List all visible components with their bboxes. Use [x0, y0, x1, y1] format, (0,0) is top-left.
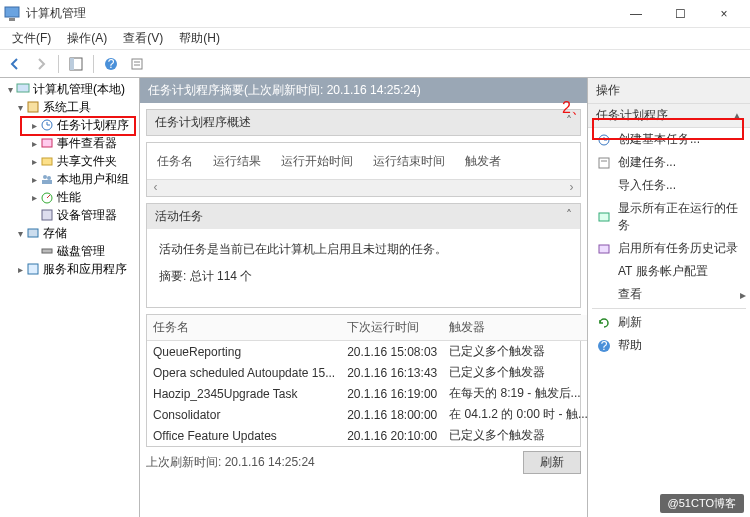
watermark: @51CTO博客 — [660, 494, 744, 513]
th-trigger[interactable]: 触发器 — [443, 315, 587, 341]
computer-icon — [16, 82, 30, 96]
toolbar-separator — [58, 55, 59, 73]
svg-rect-23 — [42, 249, 52, 253]
table-row[interactable]: Office Feature Updates20.1.16 20:10:00已定… — [147, 425, 587, 446]
collapse-icon — [28, 210, 40, 221]
svg-rect-10 — [28, 102, 38, 112]
action-enable-history[interactable]: 启用所有任务历史记录 — [588, 237, 750, 260]
expand-icon[interactable]: ▸ — [28, 174, 40, 185]
chevron-up-icon[interactable]: ▲ — [732, 110, 742, 121]
tree-performance[interactable]: ▸ 性能 — [0, 188, 139, 206]
overview-section-title[interactable]: 任务计划程序概述 ˄ — [146, 109, 581, 136]
col-start: 运行开始时间 — [281, 153, 353, 170]
view-icon — [596, 287, 612, 303]
svg-rect-14 — [42, 139, 52, 147]
action-import-task[interactable]: 导入任务... — [588, 174, 750, 197]
table-row[interactable]: Consolidator20.1.16 18:00:00在 04.1.2 的 0… — [147, 404, 587, 425]
action-help[interactable]: ? 帮助 — [588, 334, 750, 357]
help-icon: ? — [596, 338, 612, 354]
active-tasks-header[interactable]: 活动任务 ˄ — [147, 204, 580, 229]
table-row[interactable]: Opera scheduled Autoupdate 15...20.1.16 … — [147, 362, 587, 383]
expand-icon[interactable]: ▸ — [28, 138, 40, 149]
expand-icon[interactable]: ▸ — [28, 192, 40, 203]
action-create-basic-task[interactable]: 创建基本任务... — [588, 128, 750, 151]
chevron-up-icon: ˄ — [566, 208, 572, 225]
separator — [592, 308, 746, 309]
center-footer: 上次刷新时间: 20.1.16 14:25:24 刷新 — [146, 451, 581, 474]
col-result: 运行结果 — [213, 153, 261, 170]
event-icon — [40, 136, 54, 150]
svg-point-17 — [47, 176, 51, 180]
expand-icon[interactable]: ▾ — [4, 84, 16, 95]
back-button[interactable] — [4, 53, 26, 75]
svg-text:?: ? — [601, 339, 608, 353]
th-next[interactable]: 下次运行时间 — [341, 315, 443, 341]
forward-button[interactable] — [30, 53, 52, 75]
tree-local-users[interactable]: ▸ 本地用户和组 — [0, 170, 139, 188]
expand-icon[interactable]: ▾ — [14, 228, 26, 239]
menu-help[interactable]: 帮助(H) — [171, 28, 228, 49]
tree-shared-folders[interactable]: ▸ 共享文件夹 — [0, 152, 139, 170]
properties-button[interactable] — [126, 53, 148, 75]
refresh-button[interactable]: 刷新 — [523, 451, 581, 474]
menu-view[interactable]: 查看(V) — [115, 28, 171, 49]
users-icon — [40, 172, 54, 186]
action-at-service[interactable]: AT 服务帐户配置 — [588, 260, 750, 283]
expand-icon[interactable]: ▸ — [28, 156, 40, 167]
svg-rect-3 — [70, 58, 74, 70]
svg-rect-31 — [599, 245, 609, 253]
expand-icon[interactable]: ▸ — [28, 120, 40, 131]
menu-action[interactable]: 操作(A) — [59, 28, 115, 49]
col-end: 运行结束时间 — [373, 153, 445, 170]
actions-subheader: 任务计划程序 ▲ — [588, 104, 750, 128]
folder-icon — [40, 154, 54, 168]
svg-rect-22 — [28, 229, 38, 237]
action-create-task[interactable]: 创建任务... — [588, 151, 750, 174]
menubar: 文件(F) 操作(A) 查看(V) 帮助(H) — [0, 28, 750, 50]
tree-root[interactable]: ▾ 计算机管理(本地) — [0, 80, 139, 98]
refresh-icon — [596, 315, 612, 331]
tree-storage[interactable]: ▾ 存储 — [0, 224, 139, 242]
expand-icon[interactable]: ▾ — [14, 102, 26, 113]
center-pane: 任务计划程序摘要(上次刷新时间: 20.1.16 14:25:24) 任务计划程… — [140, 78, 588, 517]
collapse-icon — [28, 246, 40, 257]
disk-icon — [40, 244, 54, 258]
tree-services-apps[interactable]: ▸ 服务和应用程序 — [0, 260, 139, 278]
close-button[interactable]: × — [702, 0, 746, 28]
menu-file[interactable]: 文件(F) — [4, 28, 59, 49]
svg-rect-15 — [42, 158, 52, 165]
action-show-running[interactable]: 显示所有正在运行的任务 — [588, 197, 750, 237]
col-trigger: 触发者 — [465, 153, 501, 170]
tree-disk-management[interactable]: 磁盘管理 — [0, 242, 139, 260]
task-icon — [596, 155, 612, 171]
clock-icon — [40, 118, 54, 132]
tree-pane: ▾ 计算机管理(本地) ▾ 系统工具 ▸ 任务计划程序 ▸ 事件查看器 ▸ — [0, 78, 140, 517]
th-name[interactable]: 任务名 — [147, 315, 341, 341]
table-row[interactable]: QueueReporting20.1.16 15:08:03已定义多个触发器\ — [147, 341, 587, 363]
table-row[interactable]: Haozip_2345Upgrade Task20.1.16 16:19:00在… — [147, 383, 587, 404]
expand-icon[interactable]: ▸ — [14, 264, 26, 275]
tree-device-manager[interactable]: 设备管理器 — [0, 206, 139, 224]
help-button[interactable]: ? — [100, 53, 122, 75]
svg-rect-24 — [28, 264, 38, 274]
horizontal-scrollbar[interactable]: ‹› — [147, 179, 580, 196]
active-tasks-summary: 摘要: 总计 114 个 — [159, 268, 568, 285]
svg-rect-28 — [599, 158, 609, 168]
clock-plus-icon — [596, 132, 612, 148]
toolbar-separator — [93, 55, 94, 73]
tools-icon — [26, 100, 40, 114]
chevron-right-icon: ▸ — [740, 288, 746, 302]
svg-rect-6 — [132, 59, 142, 69]
minimize-button[interactable]: — — [614, 0, 658, 28]
show-hide-tree-button[interactable] — [65, 53, 87, 75]
tree-system-tools[interactable]: ▾ 系统工具 — [0, 98, 139, 116]
toolbar: ? — [0, 50, 750, 78]
action-view[interactable]: 查看 ▸ — [588, 283, 750, 306]
maximize-button[interactable]: ☐ — [658, 0, 702, 28]
center-header: 任务计划程序摘要(上次刷新时间: 20.1.16 14:25:24) — [140, 78, 587, 103]
action-refresh[interactable]: 刷新 — [588, 311, 750, 334]
svg-rect-0 — [5, 7, 19, 17]
tree-task-scheduler[interactable]: ▸ 任务计划程序 — [0, 116, 139, 134]
device-icon — [40, 208, 54, 222]
tree-event-viewer[interactable]: ▸ 事件查看器 — [0, 134, 139, 152]
